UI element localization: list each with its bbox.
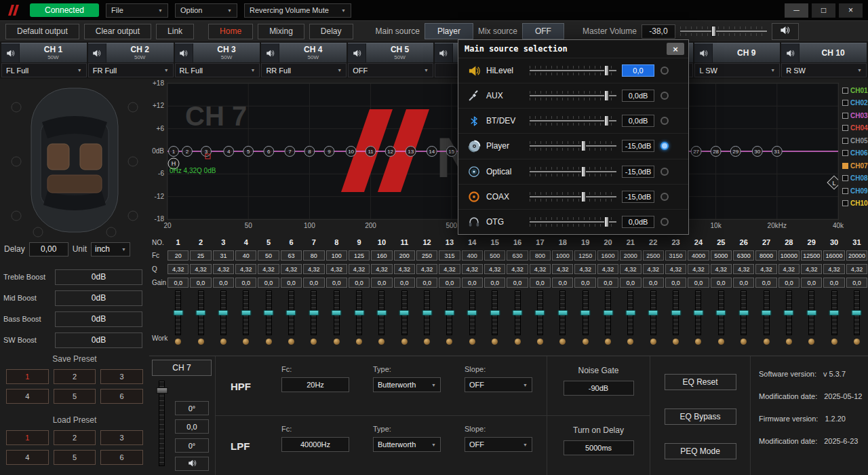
- load-preset-4-button[interactable]: 4: [6, 450, 49, 465]
- eq-cell[interactable]: 0,0: [733, 278, 754, 288]
- turn-on-delay-input[interactable]: 5000ms: [564, 440, 634, 455]
- eq-cell[interactable]: 4,32: [439, 264, 460, 274]
- eq-cell[interactable]: 4,32: [349, 264, 370, 274]
- source-level-slider[interactable]: [530, 140, 616, 151]
- save-preset-1-button[interactable]: 1: [6, 369, 49, 384]
- eq-bypass-button[interactable]: EQ Bypass: [665, 408, 736, 425]
- phase-bottom-button[interactable]: 0°: [175, 438, 209, 453]
- channel-mode-select[interactable]: RL Full▼: [175, 63, 260, 77]
- eq-cell[interactable]: 2500: [643, 250, 664, 261]
- source-row-hilevel[interactable]: HiLevel 0,0: [458, 58, 688, 83]
- eq-cell[interactable]: 0,0: [349, 278, 370, 288]
- gain-slider[interactable]: [619, 289, 642, 345]
- eq-cell[interactable]: 4000: [688, 250, 709, 261]
- hpf-type-select[interactable]: Butterworth▼: [373, 377, 441, 392]
- slider-thumb[interactable]: [581, 191, 586, 202]
- slider-thumb[interactable]: [581, 166, 586, 177]
- gain-slider-handle[interactable]: [354, 310, 364, 316]
- source-row-btdev[interactable]: BT/DEV 0,0dB: [458, 109, 688, 134]
- load-preset-6-button[interactable]: 6: [100, 450, 143, 465]
- option-menu[interactable]: Option ▼: [175, 3, 237, 18]
- band-number[interactable]: 6: [280, 238, 302, 246]
- channel-checkbox[interactable]: [842, 200, 848, 206]
- eq-cell[interactable]: 4,32: [462, 264, 483, 274]
- gain-slider-handle[interactable]: [399, 310, 410, 316]
- eq-cell[interactable]: 4,32: [552, 264, 573, 274]
- channel-mute-button[interactable]: [175, 457, 209, 471]
- eq-cell[interactable]: 0,0: [530, 278, 551, 288]
- eq-cell[interactable]: 0,0: [416, 278, 437, 288]
- channel-header[interactable]: CH 450W: [261, 43, 347, 62]
- source-level-value[interactable]: 0,0: [622, 64, 654, 77]
- gain-slider-handle[interactable]: [671, 310, 681, 316]
- eq-cell[interactable]: 4,32: [778, 264, 800, 274]
- eq-cell[interactable]: 4,32: [801, 264, 822, 274]
- eq-cell[interactable]: 4,32: [711, 264, 732, 274]
- gain-slider[interactable]: [189, 289, 212, 345]
- band-number[interactable]: 28: [778, 238, 800, 246]
- channel-list-item[interactable]: CH08: [842, 172, 868, 185]
- slider-thumb[interactable]: [604, 216, 609, 227]
- hpf-fc-input[interactable]: 20Hz: [281, 377, 349, 392]
- phase-top-button[interactable]: 0°: [175, 401, 209, 415]
- eq-cell[interactable]: 4,32: [643, 264, 664, 274]
- slider-thumb[interactable]: [581, 140, 586, 151]
- gain-slider[interactable]: [484, 289, 506, 345]
- q-knob[interactable]: [311, 339, 317, 345]
- eq-cell[interactable]: 63: [281, 250, 302, 261]
- band-number[interactable]: 3: [212, 238, 235, 246]
- eq-cell[interactable]: 4,32: [688, 264, 709, 274]
- slider-thumb[interactable]: [604, 115, 609, 126]
- band-number[interactable]: 8: [326, 238, 348, 246]
- eq-cell[interactable]: 80: [303, 250, 324, 261]
- delay-tab[interactable]: Delay: [309, 24, 353, 39]
- q-knob[interactable]: [243, 339, 249, 345]
- gain-slider-handle[interactable]: [196, 310, 206, 316]
- channel-header[interactable]: CH 350W: [175, 43, 260, 62]
- source-level-value[interactable]: 0,0dB: [622, 115, 654, 127]
- gain-slider-handle[interactable]: [332, 310, 342, 316]
- eq-cell[interactable]: 4,32: [530, 264, 551, 274]
- band-number[interactable]: 25: [710, 238, 732, 246]
- gain-slider[interactable]: [506, 289, 528, 345]
- eq-cell[interactable]: 4,32: [665, 264, 686, 274]
- lpf-fc-input[interactable]: 40000Hz: [281, 437, 349, 452]
- boost-value-button[interactable]: 0dB: [55, 332, 142, 348]
- file-menu[interactable]: File ▼: [106, 3, 168, 18]
- master-volume-slider[interactable]: [680, 26, 767, 37]
- gain-slider[interactable]: [823, 289, 845, 345]
- q-knob[interactable]: [718, 339, 724, 345]
- band-number[interactable]: 7: [302, 238, 325, 246]
- clear-output-button[interactable]: Clear output: [84, 24, 151, 39]
- eq-cell[interactable]: 0,0: [597, 278, 618, 288]
- fader-handle[interactable]: [156, 387, 167, 394]
- gain-slider-handle[interactable]: [648, 310, 658, 316]
- speaker-icon[interactable]: [781, 43, 800, 62]
- gain-slider-handle[interactable]: [264, 310, 274, 316]
- eq-cell[interactable]: 160: [371, 250, 392, 261]
- gain-slider[interactable]: [778, 289, 800, 345]
- q-knob[interactable]: [695, 339, 701, 345]
- eq-cell[interactable]: 0,0: [190, 278, 211, 288]
- gain-slider[interactable]: [326, 289, 348, 345]
- channel-mode-select[interactable]: R SW▼: [781, 63, 867, 77]
- eq-cell[interactable]: 4,32: [574, 264, 595, 274]
- q-knob[interactable]: [446, 339, 452, 345]
- q-knob[interactable]: [673, 339, 679, 345]
- eq-cell[interactable]: 4,32: [620, 264, 641, 274]
- gain-slider[interactable]: [529, 289, 551, 345]
- source-radio[interactable]: [660, 117, 669, 125]
- band-number[interactable]: 5: [257, 238, 279, 246]
- band-number[interactable]: 26: [732, 238, 755, 246]
- gain-slider-handle[interactable]: [580, 310, 591, 316]
- channel-gain-value[interactable]: 0,0: [175, 419, 209, 434]
- gain-slider[interactable]: [438, 289, 460, 345]
- channel-list-item[interactable]: CH01: [842, 84, 868, 97]
- eq-cell[interactable]: 6300: [733, 250, 754, 261]
- boost-value-button[interactable]: 0dB: [55, 311, 142, 327]
- mix-source-select[interactable]: OFF: [522, 23, 564, 39]
- eq-cell[interactable]: 200: [394, 250, 415, 261]
- gain-slider-handle[interactable]: [762, 310, 772, 316]
- band-number[interactable]: 9: [348, 238, 370, 246]
- eq-cell[interactable]: 4,32: [416, 264, 437, 274]
